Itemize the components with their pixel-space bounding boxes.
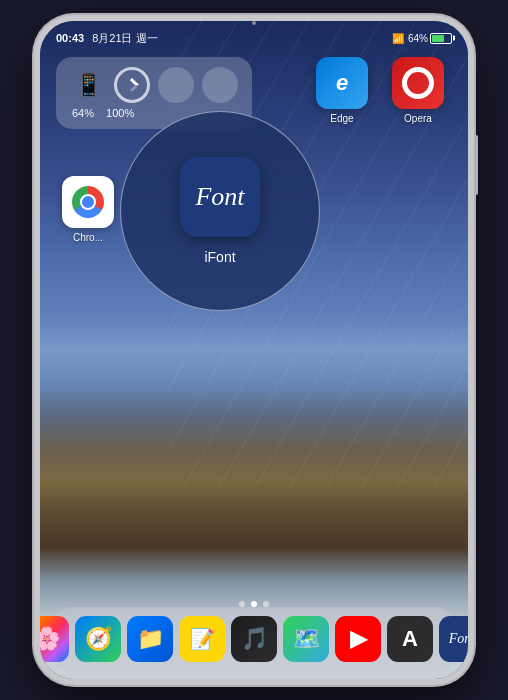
wifi-icon: 📶 [392, 33, 404, 44]
safari-icon: 🧭 [85, 626, 112, 652]
files-icon: 📁 [137, 626, 164, 652]
app-grid: e Edge Opera [312, 57, 448, 124]
app-edge[interactable]: e Edge [312, 57, 372, 124]
photos-icon: 🌸 [40, 626, 60, 652]
edge-label: Edge [330, 113, 353, 124]
opera-icon [392, 57, 444, 109]
status-bar: 00:43 8月21日 週一 📶 64% [40, 21, 468, 49]
opera-label: Opera [404, 113, 432, 124]
ipad-widget-icon: 📱 [70, 67, 106, 103]
dock: 💬 109 ⚙️ 🌸 🧭 📁 📝 [52, 607, 456, 671]
ipad-device: 00:43 8月21日 週一 📶 64% 📱 [34, 15, 474, 685]
dock-notes[interactable]: 📝 [179, 616, 225, 662]
textfont-icon: A [402, 626, 418, 652]
screen: 00:43 8月21日 週一 📶 64% 📱 [40, 21, 468, 679]
battery-fill [432, 35, 444, 42]
ifont-magnified-icon[interactable]: Font [180, 157, 260, 237]
maps-icon: 🗺️ [293, 626, 320, 652]
ifont-dock-text: Font [449, 631, 468, 647]
battery-body [430, 33, 452, 44]
dock-youtube[interactable]: ▶ [335, 616, 381, 662]
widget-pct-2: 100% [106, 107, 134, 119]
compass-widget-icon [114, 67, 150, 103]
battery: 64% [408, 33, 452, 44]
status-date: 8月21日 週一 [92, 31, 157, 46]
dock-textfont[interactable]: A [387, 616, 433, 662]
app-chrome[interactable]: Chro... [62, 176, 114, 243]
chrome-label: Chro... [73, 232, 103, 243]
dock-maps[interactable]: 🗺️ [283, 616, 329, 662]
music-icon: 🎵 [241, 626, 268, 652]
dock-music[interactable]: 🎵 [231, 616, 277, 662]
dock-ifont[interactable]: Font [439, 616, 468, 662]
widget-placeholder-1 [158, 67, 194, 103]
widget-pct-1: 64% [72, 107, 94, 119]
dock-photos[interactable]: 🌸 [40, 616, 69, 662]
magnifier-circle: Font iFont [120, 111, 320, 311]
widget-placeholder-2 [202, 67, 238, 103]
notes-icon: 📝 [190, 627, 215, 651]
font-text: Font [195, 182, 244, 212]
battery-pct: 64% [408, 33, 428, 44]
dock-files[interactable]: 📁 [127, 616, 173, 662]
app-opera[interactable]: Opera [388, 57, 448, 124]
youtube-icon: ▶ [350, 626, 367, 652]
widget-icons: 📱 [70, 67, 238, 103]
status-right: 📶 64% [392, 33, 452, 44]
dock-safari[interactable]: 🧭 [75, 616, 121, 662]
edge-icon: e [316, 57, 368, 109]
status-time: 00:43 [56, 32, 84, 44]
magnifier-app-label: iFont [204, 249, 235, 265]
chrome-icon [62, 176, 114, 228]
